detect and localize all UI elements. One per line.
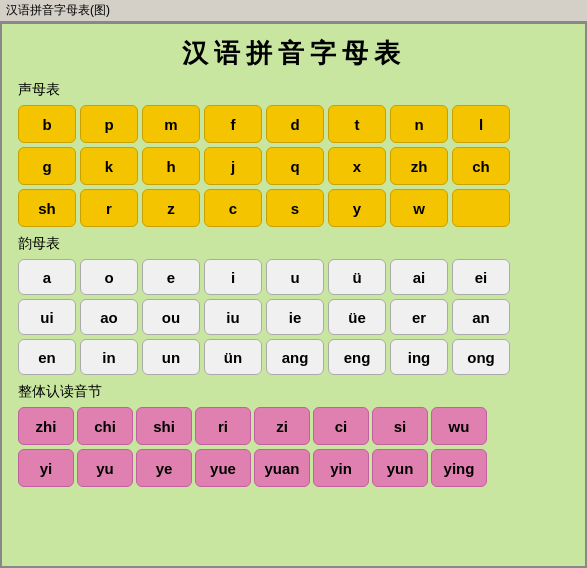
shengmu-cell: zh [390, 147, 448, 185]
zhengtiren-cell: yue [195, 449, 251, 487]
zhengtiren-cell: yun [372, 449, 428, 487]
zhengtiren-label: 整体认读音节 [18, 383, 569, 401]
shengmu-cell: m [142, 105, 200, 143]
zhengtiren-cell: chi [77, 407, 133, 445]
shengmu-cell: f [204, 105, 262, 143]
shengmu-cell: h [142, 147, 200, 185]
yunmu-rows: aoeiuüaieiuiaoouiuieüeeraneninunünangeng… [18, 259, 569, 375]
zhengtiren-cell: ying [431, 449, 487, 487]
shengmu-label: 声母表 [18, 81, 569, 99]
shengmu-rows: bpmfdtnlgkhjqxzhchshrzcsyw [18, 105, 569, 227]
yunmu-cell: iu [204, 299, 262, 335]
yunmu-cell: a [18, 259, 76, 295]
yunmu-row: eninunünangengingong [18, 339, 569, 375]
title-bar: 汉语拼音字母表(图) [0, 0, 587, 22]
zhengtiren-cell: wu [431, 407, 487, 445]
shengmu-cell: d [266, 105, 324, 143]
yunmu-cell: ui [18, 299, 76, 335]
shengmu-cell: y [328, 189, 386, 227]
shengmu-cell: k [80, 147, 138, 185]
shengmu-cell: b [18, 105, 76, 143]
shengmu-cell: c [204, 189, 262, 227]
yunmu-cell: ou [142, 299, 200, 335]
shengmu-cell: r [80, 189, 138, 227]
yunmu-cell: ao [80, 299, 138, 335]
shengmu-cell: j [204, 147, 262, 185]
shengmu-cell: s [266, 189, 324, 227]
yunmu-row: aoeiuüaiei [18, 259, 569, 295]
yunmu-cell: en [18, 339, 76, 375]
zhengtiren-cell: yin [313, 449, 369, 487]
zhengtiren-cell: zi [254, 407, 310, 445]
yunmu-cell: ei [452, 259, 510, 295]
yunmu-cell: er [390, 299, 448, 335]
shengmu-cell: sh [18, 189, 76, 227]
shengmu-cell: g [18, 147, 76, 185]
yunmu-cell: ie [266, 299, 324, 335]
shengmu-cell [452, 189, 510, 227]
yunmu-cell: ing [390, 339, 448, 375]
yunmu-cell: ü [328, 259, 386, 295]
zhengtiren-cell: yi [18, 449, 74, 487]
shengmu-cell: n [390, 105, 448, 143]
yunmu-cell: e [142, 259, 200, 295]
yunmu-row: uiaoouiuieüeeran [18, 299, 569, 335]
shengmu-row: gkhjqxzhch [18, 147, 569, 185]
shengmu-cell: x [328, 147, 386, 185]
shengmu-row: bpmfdtnl [18, 105, 569, 143]
shengmu-section: 声母表 bpmfdtnlgkhjqxzhchshrzcsyw [18, 81, 569, 227]
zhengtiren-cell: si [372, 407, 428, 445]
zhengtiren-cell: ci [313, 407, 369, 445]
shengmu-cell: t [328, 105, 386, 143]
yunmu-cell: o [80, 259, 138, 295]
zhengtiren-cell: shi [136, 407, 192, 445]
yunmu-cell: ang [266, 339, 324, 375]
shengmu-cell: p [80, 105, 138, 143]
main-container: 汉语拼音字母表 声母表 bpmfdtnlgkhjqxzhchshrzcsyw 韵… [0, 22, 587, 568]
yunmu-section: 韵母表 aoeiuüaieiuiaoouiuieüeeraneninunünan… [18, 235, 569, 375]
shengmu-cell: z [142, 189, 200, 227]
yunmu-cell: i [204, 259, 262, 295]
title-bar-text: 汉语拼音字母表(图) [6, 2, 110, 19]
zhengtiren-cell: ye [136, 449, 192, 487]
yunmu-cell: ai [390, 259, 448, 295]
page-title: 汉语拼音字母表 [18, 36, 569, 71]
shengmu-cell: l [452, 105, 510, 143]
zhengtiren-cell: zhi [18, 407, 74, 445]
zhengtiren-cell: yu [77, 449, 133, 487]
shengmu-cell: q [266, 147, 324, 185]
yunmu-cell: un [142, 339, 200, 375]
shengmu-cell: ch [452, 147, 510, 185]
zhengtiren-row: zhichishirizicisiwu [18, 407, 569, 445]
yunmu-label: 韵母表 [18, 235, 569, 253]
yunmu-cell: eng [328, 339, 386, 375]
zhengtiren-section: 整体认读音节 zhichishirizicisiwuyiyuyeyueyuany… [18, 383, 569, 487]
zhengtiren-cell: yuan [254, 449, 310, 487]
yunmu-cell: üe [328, 299, 386, 335]
yunmu-cell: in [80, 339, 138, 375]
yunmu-cell: an [452, 299, 510, 335]
yunmu-cell: u [266, 259, 324, 295]
zhengtiren-row: yiyuyeyueyuanyinyunying [18, 449, 569, 487]
shengmu-cell: w [390, 189, 448, 227]
zhengtiren-cell: ri [195, 407, 251, 445]
yunmu-cell: ong [452, 339, 510, 375]
zhengtiren-rows: zhichishirizicisiwuyiyuyeyueyuanyinyunyi… [18, 407, 569, 487]
yunmu-cell: ün [204, 339, 262, 375]
shengmu-row: shrzcsyw [18, 189, 569, 227]
